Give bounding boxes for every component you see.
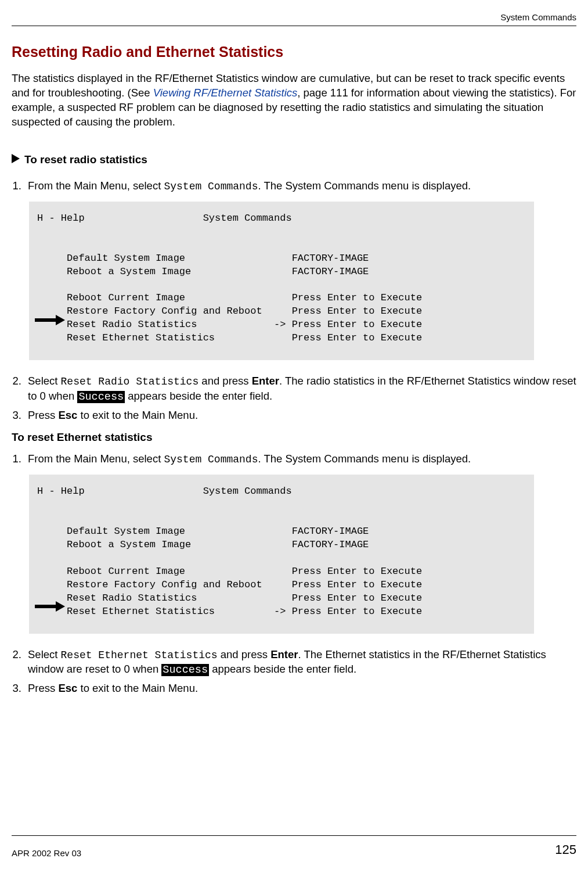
- mono-text: Reset Radio Statistics: [61, 376, 199, 387]
- proc-a-steps-cont: Select Reset Radio Statistics and press …: [12, 374, 576, 422]
- proc-b-step-3: Press Esc to exit to the Main Menu.: [24, 681, 576, 696]
- mono-text: Reset Ethernet Statistics: [61, 649, 218, 661]
- status-success: Success: [161, 664, 209, 676]
- svg-rect-3: [35, 605, 56, 608]
- page-title: Resetting Radio and Ethernet Statistics: [12, 42, 576, 62]
- text: . The System Commands menu is displayed.: [258, 453, 471, 465]
- text: Select: [28, 648, 61, 660]
- text: Press: [28, 409, 58, 421]
- svg-marker-2: [56, 315, 65, 325]
- code-block-a-wrap: H - Help System Commands Default System …: [29, 202, 534, 360]
- proc-b-step-2: Select Reset Ethernet Statistics and pre…: [24, 648, 576, 678]
- svg-rect-1: [35, 318, 56, 322]
- status-success: Success: [77, 391, 125, 403]
- footer-rule: [12, 835, 576, 836]
- text: Select: [28, 375, 61, 387]
- proc-b-steps: From the Main Menu, select System Comman…: [12, 452, 576, 466]
- footer-left: APR 2002 Rev 03: [12, 848, 81, 859]
- text: and press: [199, 375, 252, 387]
- mono-text: System Commands: [164, 181, 258, 192]
- code-block-b-wrap: H - Help System Commands Default System …: [29, 475, 534, 633]
- text: appears beside the enter field.: [209, 663, 356, 675]
- proc-a-heading: To reset radio statistics: [24, 153, 147, 167]
- arrow-right-icon: [35, 601, 65, 615]
- proc-b-heading: To reset Ethernet statistics: [12, 430, 576, 445]
- proc-a-step-1: From the Main Menu, select System Comman…: [24, 179, 576, 193]
- svg-marker-0: [12, 154, 20, 163]
- proc-b-step-1: From the Main Menu, select System Comman…: [24, 452, 576, 466]
- xref-link[interactable]: Viewing RF/Ethernet Statistics: [153, 87, 298, 99]
- text: to exit to the Main Menu.: [77, 682, 198, 694]
- key-name: Esc: [58, 409, 77, 421]
- arrow-right-icon: [35, 315, 65, 329]
- code-block-a: H - Help System Commands Default System …: [29, 202, 534, 360]
- proc-a-step-2: Select Reset Radio Statistics and press …: [24, 374, 576, 404]
- key-name: Enter: [270, 648, 298, 660]
- text: Press: [28, 682, 58, 694]
- text: From the Main Menu, select: [28, 453, 164, 465]
- header-rule: [12, 26, 576, 26]
- proc-a-step-3: Press Esc to exit to the Main Menu.: [24, 408, 576, 423]
- code-block-b: H - Help System Commands Default System …: [29, 475, 534, 633]
- text: From the Main Menu, select: [28, 179, 164, 192]
- footer: APR 2002 Rev 03 125: [12, 842, 576, 859]
- svg-marker-4: [56, 601, 65, 612]
- page-number: 125: [555, 842, 576, 859]
- proc-a-steps: From the Main Menu, select System Comman…: [12, 179, 576, 193]
- header-section: System Commands: [12, 12, 576, 26]
- key-name: Esc: [58, 682, 77, 694]
- text: and press: [218, 648, 271, 660]
- mono-text: System Commands: [164, 454, 258, 465]
- key-name: Enter: [252, 375, 279, 387]
- intro-paragraph: The statistics displayed in the RF/Ether…: [12, 71, 576, 130]
- text: appears beside the enter field.: [125, 390, 272, 402]
- play-icon: [12, 153, 20, 167]
- proc-b-steps-cont: Select Reset Ethernet Statistics and pre…: [12, 648, 576, 696]
- text: to exit to the Main Menu.: [77, 409, 198, 421]
- text: . The System Commands menu is displayed.: [258, 179, 471, 192]
